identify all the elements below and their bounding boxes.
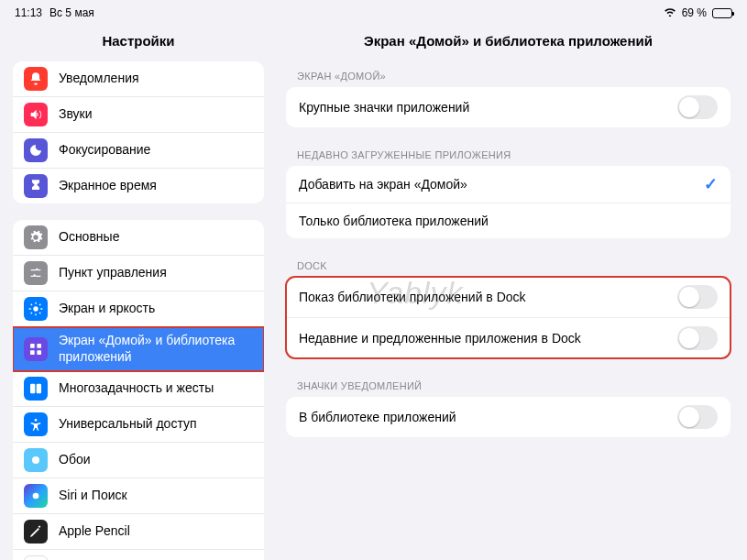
sidebar-item-label: Универсальный доступ xyxy=(59,416,197,433)
siri-icon xyxy=(24,484,48,508)
row-label: Только библиотека приложений xyxy=(299,214,489,228)
sidebar-item-siri[interactable]: Siri и Поиск xyxy=(13,478,264,514)
sidebar-item-general[interactable]: Основные xyxy=(13,220,264,256)
svg-rect-1 xyxy=(30,344,35,348)
sidebar-item-label: Экран «Домой» и библиотека приложений xyxy=(59,333,253,365)
pencil-icon xyxy=(24,520,48,544)
row-library-only[interactable]: Только библиотека приложений xyxy=(286,203,731,238)
speaker-icon xyxy=(24,103,48,126)
svg-point-0 xyxy=(33,306,38,311)
svg-point-9 xyxy=(33,493,39,500)
sidebar-item-accessibility[interactable]: Универсальный доступ xyxy=(13,407,264,443)
battery-percent: 69 % xyxy=(682,6,707,19)
sidebar-item-multitasking[interactable]: Многозадачность и жесты xyxy=(13,371,264,407)
svg-rect-5 xyxy=(30,384,35,394)
wallpaper-icon xyxy=(24,448,48,472)
row-label: В библиотеке приложений xyxy=(299,410,456,424)
row-label: Недавние и предложенные приложения в Doc… xyxy=(299,331,581,346)
sidebar-item-notifications[interactable]: Уведомления xyxy=(13,61,264,97)
row-label: Показ библиотеки приложений в Dock xyxy=(299,290,526,304)
sidebar-item-label: Основные xyxy=(59,229,119,246)
toggle-switch[interactable] xyxy=(677,285,718,309)
row-label: Добавить на экран «Домой» xyxy=(299,177,467,192)
row-badges-in-library[interactable]: В библиотеке приложений xyxy=(286,397,731,437)
status-bar: 11:13 Вс 5 мая 69 % xyxy=(0,0,747,22)
multitask-icon xyxy=(24,377,48,401)
sidebar-item-focus[interactable]: Фокусирование xyxy=(13,133,264,169)
hourglass-icon xyxy=(24,174,48,198)
section-home: Крупные значки приложений xyxy=(286,87,731,127)
svg-point-7 xyxy=(35,419,38,422)
sidebar-item-touchid[interactable]: Touch ID и код-пароль xyxy=(13,550,264,560)
row-label: Крупные значки приложений xyxy=(299,100,469,115)
sidebar-item-label: Экран и яркость xyxy=(59,301,155,317)
sidebar-item-label: Siri и Поиск xyxy=(59,488,127,504)
sidebar-group-2: Основные Пункт управления Экран и яркост… xyxy=(13,220,264,560)
section-header-home: ЭКРАН «ДОМОЙ» xyxy=(280,65,736,87)
accessibility-icon xyxy=(24,412,48,436)
brightness-icon xyxy=(24,297,48,321)
sidebar-item-label: Apple Pencil xyxy=(59,523,130,540)
row-show-library-dock[interactable]: Показ библиотеки приложений в Dock xyxy=(286,277,731,318)
wifi-icon xyxy=(664,6,676,19)
sidebar-item-label: Уведомления xyxy=(59,71,139,87)
sidebar-item-label: Фокусирование xyxy=(59,142,150,159)
content-title: Экран «Домой» и библиотека приложений xyxy=(280,27,736,65)
sidebar-title: Настройки xyxy=(0,27,277,61)
status-time: 11:13 xyxy=(15,6,42,19)
toggle-switch[interactable] xyxy=(677,95,718,119)
checkmark-icon: ✓ xyxy=(704,174,718,194)
moon-icon xyxy=(24,138,48,162)
svg-point-8 xyxy=(32,456,39,464)
svg-rect-2 xyxy=(37,344,41,348)
gear-icon xyxy=(24,225,48,249)
sliders-icon xyxy=(24,261,48,285)
content-pane: Экран «Домой» и библиотека приложений ЭК… xyxy=(277,22,747,560)
sidebar-item-control-center[interactable]: Пункт управления xyxy=(13,256,264,291)
section-header-recent: НЕДАВНО ЗАГРУЖЕННЫЕ ПРИЛОЖЕНИЯ xyxy=(280,144,736,166)
sidebar-item-display[interactable]: Экран и яркость xyxy=(13,291,264,327)
sidebar-item-wallpaper[interactable]: Обои xyxy=(13,443,264,478)
svg-rect-3 xyxy=(30,350,35,355)
sidebar-item-home-screen[interactable]: Экран «Домой» и библиотека приложений xyxy=(13,327,264,371)
home-grid-icon xyxy=(24,337,48,361)
sidebar-item-label: Пункт управления xyxy=(59,265,167,281)
section-badges: В библиотеке приложений xyxy=(286,397,731,437)
sidebar-item-label: Экранное время xyxy=(59,178,157,194)
sidebar-item-label: Обои xyxy=(59,452,91,468)
toggle-switch[interactable] xyxy=(677,405,718,429)
sidebar-item-sounds[interactable]: Звуки xyxy=(13,97,264,133)
battery-icon xyxy=(712,8,732,18)
section-recent: Добавить на экран «Домой» ✓ Только библи… xyxy=(286,166,731,238)
fingerprint-icon xyxy=(24,555,48,560)
row-recent-suggested-dock[interactable]: Недавние и предложенные приложения в Doc… xyxy=(286,318,731,358)
status-date: Вс 5 мая xyxy=(49,6,94,19)
toggle-switch[interactable] xyxy=(677,326,718,350)
svg-rect-4 xyxy=(37,350,41,355)
bell-icon xyxy=(24,67,48,91)
sidebar-item-pencil[interactable]: Apple Pencil xyxy=(13,514,264,550)
row-large-icons[interactable]: Крупные значки приложений xyxy=(286,87,731,127)
sidebar-item-label: Звуки xyxy=(59,106,93,123)
sidebar: Настройки Уведомления Звуки Фокусировани… xyxy=(0,22,277,560)
section-dock: Показ библиотеки приложений в Dock Недав… xyxy=(286,277,731,358)
svg-rect-6 xyxy=(37,384,41,394)
section-header-dock: DOCK xyxy=(280,255,736,277)
sidebar-item-screentime[interactable]: Экранное время xyxy=(13,169,264,203)
row-add-to-home[interactable]: Добавить на экран «Домой» ✓ xyxy=(286,166,731,203)
sidebar-group-1: Уведомления Звуки Фокусирование Экранное… xyxy=(13,61,264,203)
section-header-badges: ЗНАЧКИ УВЕДОМЛЕНИЙ xyxy=(280,375,736,397)
sidebar-item-label: Многозадачность и жесты xyxy=(59,380,214,397)
